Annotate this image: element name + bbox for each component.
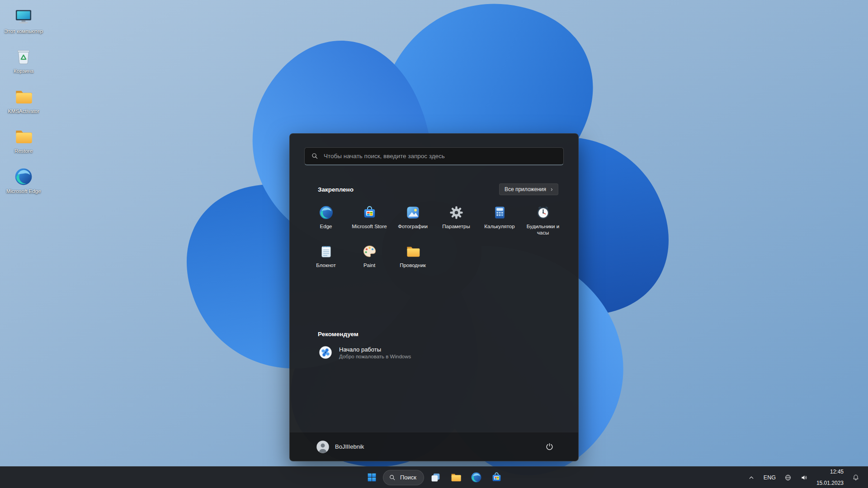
store-icon xyxy=(362,205,377,220)
task-view-icon xyxy=(430,472,441,483)
folder-icon xyxy=(14,127,33,146)
taskbar-center: Поиск xyxy=(363,467,505,488)
hidden-icons-button[interactable] xyxy=(744,469,759,486)
store-icon xyxy=(491,472,502,483)
taskbar: Поиск ENG 12:45 15.01.2023 xyxy=(0,466,868,488)
system-tray: ENG 12:45 15.01.2023 xyxy=(744,467,868,488)
desktop-icon-recycle-bin[interactable]: Корзина xyxy=(4,45,43,76)
tray-time: 12:45 xyxy=(830,468,844,476)
start-button[interactable] xyxy=(363,469,381,487)
taskbar-edge-button[interactable] xyxy=(467,469,485,487)
folder-icon xyxy=(14,87,33,106)
start-menu: Закреплено Все приложения Edge Microsoft… xyxy=(289,133,579,461)
app-tile-microsoft-store[interactable]: Microsoft Store xyxy=(348,201,391,239)
windows-logo-icon xyxy=(366,472,377,483)
app-tile-label: Параметры xyxy=(442,223,470,230)
all-apps-label: Все приложения xyxy=(505,186,546,192)
recommended-section-title: Рекомендуем xyxy=(318,331,558,338)
desktop-icon-this-pc[interactable]: Этот компьютер xyxy=(4,5,43,36)
edge-icon xyxy=(14,167,33,186)
start-menu-footer: BoJIIIebnik xyxy=(290,432,578,461)
alarms-clock-icon xyxy=(536,205,551,220)
edge-icon xyxy=(319,205,334,220)
taskbar-file-explorer-button[interactable] xyxy=(447,469,465,487)
app-tile-calculator[interactable]: Калькулятор xyxy=(478,201,521,239)
desktop-icon-microsoft-edge[interactable]: Microsoft Edge xyxy=(4,165,43,196)
chevron-right-icon xyxy=(549,187,554,192)
app-tile-label: Edge xyxy=(320,223,332,230)
recommended-item-title: Начало работы xyxy=(339,346,411,353)
start-search-input[interactable] xyxy=(324,153,557,160)
this-pc-icon xyxy=(14,7,33,26)
search-icon xyxy=(311,152,319,160)
app-tile-settings[interactable]: Параметры xyxy=(434,201,478,239)
app-tile-label: Paint xyxy=(363,262,375,268)
notification-bell-icon xyxy=(852,474,860,482)
chevron-up-icon xyxy=(747,474,755,482)
folder-icon xyxy=(406,244,420,259)
get-started-icon xyxy=(318,345,333,360)
desktop-icon-label: KMSActivator xyxy=(8,108,39,114)
language-label: ENG xyxy=(764,474,776,481)
start-search-box[interactable] xyxy=(304,147,564,165)
user-name: BoJIIIebnik xyxy=(335,443,364,450)
app-tile-notepad[interactable]: Блокнот xyxy=(304,239,348,277)
folder-icon xyxy=(450,472,462,483)
all-apps-button[interactable]: Все приложения xyxy=(499,183,558,195)
tray-date: 15.01.2023 xyxy=(816,479,844,487)
photos-icon xyxy=(406,205,420,220)
calculator-icon xyxy=(492,205,507,220)
task-view-button[interactable] xyxy=(426,469,444,487)
power-button[interactable] xyxy=(540,438,558,456)
recommended-item-subtitle: Добро пожаловать в Windows xyxy=(339,354,411,359)
app-tile-paint[interactable]: Paint xyxy=(348,239,391,277)
user-profile-button[interactable]: BoJIIIebnik xyxy=(311,437,369,456)
recycle-bin-icon xyxy=(14,47,33,66)
pinned-apps-grid: Edge Microsoft Store Фотографии Параметр… xyxy=(290,195,578,277)
user-avatar-icon xyxy=(316,440,330,454)
app-tile-photos[interactable]: Фотографии xyxy=(391,201,434,239)
pinned-section-title: Закреплено xyxy=(318,186,354,193)
app-tile-file-explorer[interactable]: Проводник xyxy=(391,239,434,277)
desktop-icon-label: Microsoft Edge xyxy=(6,188,41,194)
recommended-item-get-started[interactable]: Начало работы Добро пожаловать в Windows xyxy=(304,341,449,364)
desktop-icon-label: Этот компьютер xyxy=(4,28,43,34)
app-tile-label: Блокнот xyxy=(316,262,335,268)
desktop-icon-label: Restore xyxy=(14,148,33,154)
recommended-list: Начало работы Добро пожаловать в Windows xyxy=(290,338,578,364)
desktop-icon-restore[interactable]: Restore xyxy=(4,125,43,156)
app-tile-label: Проводник xyxy=(400,262,426,268)
desktop-icon-label: Корзина xyxy=(14,68,33,74)
app-tile-label: Будильники и часы xyxy=(522,223,564,236)
volume-button[interactable] xyxy=(797,469,812,486)
paint-palette-icon xyxy=(362,244,377,259)
clock-button[interactable]: 12:45 15.01.2023 xyxy=(813,469,847,486)
desktop-icon-kmsactivator[interactable]: KMSActivator xyxy=(4,85,43,116)
network-globe-icon xyxy=(784,474,792,482)
edge-icon xyxy=(471,472,482,483)
search-icon xyxy=(389,474,396,481)
network-button[interactable] xyxy=(780,469,796,486)
app-tile-label: Microsoft Store xyxy=(352,223,387,230)
language-indicator[interactable]: ENG xyxy=(760,469,779,486)
app-tile-alarms-clock[interactable]: Будильники и часы xyxy=(521,201,565,239)
power-icon xyxy=(545,442,554,451)
taskbar-search-button[interactable]: Поиск xyxy=(383,470,424,485)
desktop-icon-column: Этот компьютер Корзина KMSActivator Rest… xyxy=(4,5,43,196)
taskbar-store-button[interactable] xyxy=(487,469,505,487)
notepad-icon xyxy=(319,244,334,259)
app-tile-label: Калькулятор xyxy=(484,223,514,230)
app-tile-label: Фотографии xyxy=(398,223,428,230)
volume-icon xyxy=(800,474,808,482)
app-tile-edge[interactable]: Edge xyxy=(304,201,348,239)
taskbar-search-label: Поиск xyxy=(400,474,416,481)
settings-gear-icon xyxy=(449,205,464,220)
notifications-button[interactable] xyxy=(848,469,863,486)
